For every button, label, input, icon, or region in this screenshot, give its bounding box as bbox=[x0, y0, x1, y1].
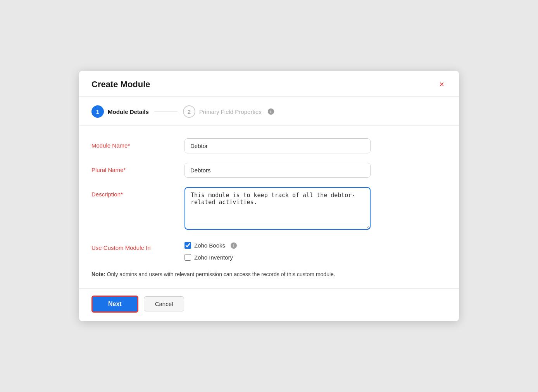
step-2-label: Primary Field Properties bbox=[199, 108, 262, 115]
module-name-input[interactable] bbox=[185, 138, 371, 153]
create-module-modal: Create Module × 1 Module Details 2 Prima… bbox=[79, 71, 459, 321]
zoho-books-checkbox[interactable] bbox=[185, 242, 191, 249]
plural-name-label: Plural Name* bbox=[91, 163, 185, 173]
modal-title: Create Module bbox=[91, 79, 150, 89]
plural-name-input[interactable] bbox=[185, 163, 371, 178]
modal-body: Module Name* Plural Name* Description* T… bbox=[79, 126, 459, 288]
modal-footer: Next Cancel bbox=[79, 288, 459, 321]
module-name-row: Module Name* bbox=[91, 138, 447, 153]
description-textarea[interactable]: This module is to keep track of all the … bbox=[185, 187, 371, 230]
zoho-books-label[interactable]: Zoho Books bbox=[194, 242, 225, 249]
step-1-label: Module Details bbox=[108, 108, 149, 115]
description-control: This module is to keep track of all the … bbox=[185, 187, 447, 231]
step-2: 2 Primary Field Properties i bbox=[183, 105, 274, 118]
step-2-circle: 2 bbox=[183, 105, 195, 118]
step-1: 1 Module Details bbox=[91, 105, 149, 118]
description-label: Description* bbox=[91, 187, 185, 198]
note-row: Note: Only admins and users with relevan… bbox=[91, 270, 447, 279]
cancel-button[interactable]: Cancel bbox=[144, 296, 185, 311]
next-button[interactable]: Next bbox=[91, 296, 138, 313]
plural-name-row: Plural Name* bbox=[91, 163, 447, 178]
custom-module-label: Use Custom Module In bbox=[91, 241, 185, 251]
checkbox-group: Zoho Books i Zoho Inventory bbox=[185, 241, 447, 261]
step-1-circle: 1 bbox=[91, 105, 104, 118]
description-row: Description* This module is to keep trac… bbox=[91, 187, 447, 231]
note-text: Only admins and users with relevant perm… bbox=[105, 271, 335, 277]
custom-module-row: Use Custom Module In Zoho Books i Zoho I… bbox=[91, 241, 447, 261]
step-divider bbox=[154, 112, 178, 112]
zoho-books-row: Zoho Books i bbox=[185, 242, 447, 249]
custom-module-control: Zoho Books i Zoho Inventory bbox=[185, 241, 447, 261]
zoho-inventory-row: Zoho Inventory bbox=[185, 254, 447, 261]
zoho-inventory-label[interactable]: Zoho Inventory bbox=[194, 254, 233, 261]
stepper: 1 Module Details 2 Primary Field Propert… bbox=[79, 97, 459, 126]
zoho-books-info-icon[interactable]: i bbox=[231, 242, 237, 249]
plural-name-control bbox=[185, 163, 447, 178]
step-2-info-icon[interactable]: i bbox=[268, 108, 274, 115]
close-button[interactable]: × bbox=[437, 79, 447, 89]
module-name-label: Module Name* bbox=[91, 138, 185, 149]
modal-header: Create Module × bbox=[79, 71, 459, 97]
note-prefix: Note: bbox=[91, 271, 105, 277]
module-name-control bbox=[185, 138, 447, 153]
zoho-inventory-checkbox[interactable] bbox=[185, 254, 191, 261]
